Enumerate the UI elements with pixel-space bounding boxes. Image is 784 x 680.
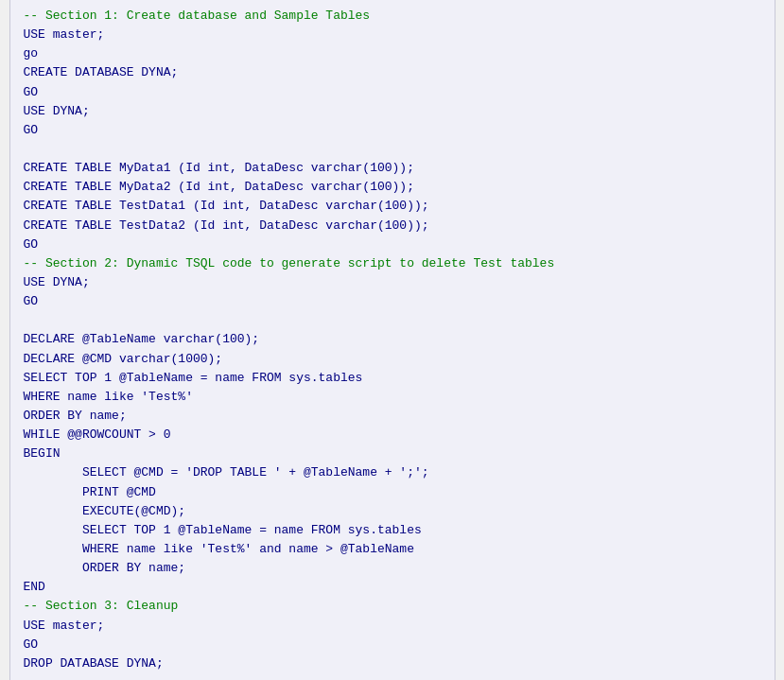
code-line: END <box>24 578 761 597</box>
code-line: CREATE TABLE MyData1 (Id int, DataDesc v… <box>24 159 761 178</box>
code-line: ORDER BY name; <box>24 407 761 426</box>
code-line: GO <box>24 83 761 102</box>
code-line: -- Section 2: Dynamic TSQL code to gener… <box>24 254 761 273</box>
code-line: SELECT TOP 1 @TableName = name FROM sys.… <box>24 369 761 388</box>
code-line: DECLARE @TableName varchar(100); <box>24 330 761 349</box>
code-line: GO <box>24 121 761 140</box>
code-line: ORDER BY name; <box>24 559 761 578</box>
code-line: CREATE TABLE TestData1 (Id int, DataDesc… <box>24 197 761 216</box>
code-line: USE DYNA; <box>24 273 761 292</box>
code-line: CREATE TABLE TestData2 (Id int, DataDesc… <box>24 217 761 235</box>
code-line: GO <box>24 292 761 311</box>
code-line: PRINT @CMD <box>24 483 761 502</box>
code-line: DECLARE @CMD varchar(1000); <box>24 350 761 369</box>
code-content: -- Section 1: Create database and Sample… <box>24 7 761 673</box>
code-line: CREATE DATABASE DYNA; <box>24 63 761 82</box>
code-line: USE master; <box>24 26 761 44</box>
code-line: WHILE @@ROWCOUNT > 0 <box>24 426 761 445</box>
code-line: EXECUTE(@CMD); <box>24 502 761 521</box>
code-line <box>24 311 761 330</box>
code-line: USE master; <box>24 617 761 636</box>
code-line: WHERE name like 'Test%' <box>24 388 761 407</box>
code-line: CREATE TABLE MyData2 (Id int, DataDesc v… <box>24 178 761 197</box>
code-line: GO <box>24 636 761 654</box>
code-line: SELECT TOP 1 @TableName = name FROM sys.… <box>24 521 761 540</box>
code-line: SELECT @CMD = 'DROP TABLE ' + @TableName… <box>24 463 761 482</box>
code-line <box>24 140 761 159</box>
code-line: DROP DATABASE DYNA; <box>24 654 761 673</box>
code-line: go <box>24 44 761 63</box>
code-line: WHERE name like 'Test%' and name > @Tabl… <box>24 540 761 559</box>
code-editor: -- Section 1: Create database and Sample… <box>9 0 775 680</box>
code-line: BEGIN <box>24 445 761 463</box>
code-line: GO <box>24 235 761 254</box>
code-line: USE DYNA; <box>24 102 761 121</box>
code-line: -- Section 1: Create database and Sample… <box>24 7 761 26</box>
code-line: -- Section 3: Cleanup <box>24 597 761 616</box>
